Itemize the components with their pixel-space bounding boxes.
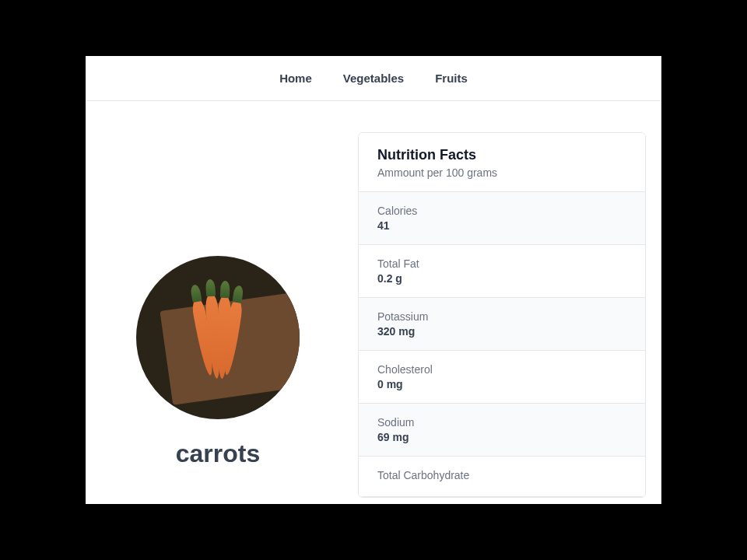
fact-row: Total Carbohydrate — [359, 457, 645, 497]
food-panel: carrots — [101, 132, 335, 498]
fact-row: Cholesterol0 mg — [359, 351, 645, 404]
fact-label: Sodium — [377, 416, 626, 429]
fact-value: 69 mg — [377, 431, 626, 443]
fact-label: Calories — [377, 205, 626, 217]
fact-label: Potassium — [377, 310, 626, 323]
fact-row: Total Fat0.2 g — [359, 245, 645, 298]
nutrition-facts-panel: Nutrition Facts Ammount per 100 grams Ca… — [358, 132, 646, 498]
nav-vegetables[interactable]: Vegetables — [343, 72, 404, 85]
fact-row: Potassium320 mg — [359, 298, 645, 351]
nav-home[interactable]: Home — [279, 72, 312, 85]
food-image — [136, 256, 300, 419]
fact-row: Sodium69 mg — [359, 404, 645, 457]
fact-label: Cholesterol — [377, 363, 626, 376]
fact-value: 0.2 g — [377, 272, 626, 285]
content: carrots Nutrition Facts Ammount per 100 … — [86, 101, 661, 498]
fact-label: Total Fat — [377, 257, 626, 270]
fact-row: Calories41 — [359, 192, 645, 245]
top-nav: Home Vegetables Fruits — [86, 56, 661, 101]
facts-title: Nutrition Facts — [377, 147, 626, 163]
nav-fruits[interactable]: Fruits — [435, 72, 468, 85]
food-title: carrots — [176, 439, 261, 468]
page-viewport: Home Vegetables Fruits carrots Nutrition… — [86, 56, 661, 504]
fact-label: Total Carbohydrate — [377, 469, 626, 481]
facts-header: Nutrition Facts Ammount per 100 grams — [359, 133, 645, 192]
fact-value: 41 — [377, 219, 626, 232]
fact-value: 320 mg — [377, 325, 626, 338]
fact-value: 0 mg — [377, 378, 626, 390]
facts-subtitle: Ammount per 100 grams — [377, 166, 626, 179]
facts-body: Calories41Total Fat0.2 gPotassium320 mgC… — [359, 192, 645, 497]
